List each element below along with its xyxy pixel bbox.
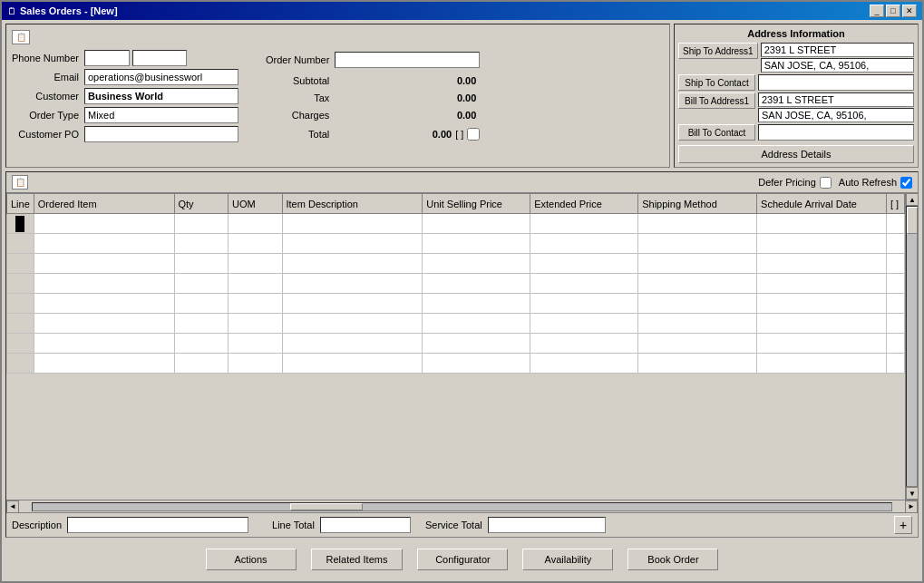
order-type-input[interactable] [84,107,238,123]
bill-to-address-button[interactable]: Bill To Address1 [678,92,755,109]
bill-to-contact-button[interactable]: Bill To Contact [678,124,755,141]
ship-to-address-line2-input[interactable] [761,58,914,73]
table-row [7,354,905,374]
form-panel: 📋 Phone Number Email Customer [5,24,670,168]
tax-row: 0.00 [335,92,480,103]
cell-bracket[interactable] [887,234,905,254]
total-value: 0.00 [433,129,452,140]
ship-to-address-line1-input[interactable] [761,43,914,57]
cell-ordered-item[interactable] [34,214,174,234]
cell-extended-price[interactable] [530,214,638,234]
phone-inputs [84,50,238,66]
service-total-label: Service Total [425,520,482,530]
bill-to-address-row: Bill To Address1 [678,92,914,122]
bill-to-contact-input[interactable] [758,124,914,141]
cell-qty[interactable] [174,234,229,254]
scroll-left-button[interactable]: ◄ [6,500,19,513]
actions-button[interactable]: Actions [206,549,297,570]
title-bar-controls: _ □ ✕ [870,5,917,17]
email-input[interactable] [84,69,238,85]
scroll-track[interactable] [906,206,918,487]
ship-to-contact-input[interactable] [758,74,914,91]
row-indicator-empty [7,234,34,254]
h-scroll-thumb[interactable] [290,503,363,510]
ship-to-address-inputs [761,43,914,73]
table-container: Line Ordered Item Qty UOM Item Descripti… [6,193,905,500]
col-qty: Qty [174,194,229,214]
scroll-down-button[interactable]: ▼ [906,487,918,500]
scroll-thumb[interactable] [907,207,918,234]
address-details-row: Address Details [678,143,914,163]
customer-po-input[interactable] [84,126,238,142]
configurator-button[interactable]: Configurator [417,549,508,570]
add-row-button[interactable]: + [894,516,912,534]
scroll-right-button[interactable]: ► [905,500,918,513]
total-label: Total [266,129,329,140]
order-number-input[interactable] [335,52,480,68]
bill-to-address-line2-input[interactable] [758,108,914,122]
defer-pricing-checkbox[interactable] [820,177,832,189]
table-body [7,214,905,374]
table-row [7,254,905,274]
total-row: 0.00 [ ] [335,128,480,141]
address-details-button[interactable]: Address Details [678,145,914,163]
close-button[interactable]: ✕ [902,5,917,17]
cell-item-description[interactable] [282,214,423,234]
bill-to-address-inputs [758,92,914,122]
cell-uom[interactable] [229,214,283,234]
col-schedule-arrival-date: Schedule Arrival Date [757,194,887,214]
auto-refresh-section: Auto Refresh [839,177,912,189]
cell-uom[interactable] [229,234,283,254]
cell-shipping-method[interactable] [638,234,757,254]
line-total-input[interactable] [320,517,411,533]
minimize-button[interactable]: _ [870,5,884,17]
ship-to-contact-button[interactable]: Ship To Contact [678,74,755,91]
subtotal-value: 0.00 [457,75,476,86]
address-panel: Address Information Ship To Address1 Shi… [674,24,919,168]
cell-ordered-item[interactable] [34,234,174,254]
availability-button[interactable]: Availability [522,549,613,570]
cell-unit-selling-price[interactable] [423,214,530,234]
auto-refresh-checkbox[interactable] [900,177,912,189]
service-total-input[interactable] [488,517,606,533]
phone-input-2[interactable] [132,50,187,66]
scroll-up-button[interactable]: ▲ [906,193,918,206]
cell-schedule-arrival-date[interactable] [757,214,887,234]
form-right: Order Number Subtotal 0.00 Tax 0.00 Char… [266,50,480,142]
col-item-description: Item Description [282,194,423,214]
ship-to-address-row: Ship To Address1 [678,43,914,73]
col-extended-price: Extended Price [530,194,638,214]
total-checkbox[interactable] [467,128,480,141]
cell-extended-price[interactable] [530,234,638,254]
cell-qty[interactable] [174,214,229,234]
restore-button[interactable]: □ [886,5,900,17]
customer-label: Customer [12,91,79,102]
table-row [7,234,905,254]
customer-input[interactable] [84,88,238,104]
row-indicator-empty [7,314,34,334]
cell-shipping-method[interactable] [638,214,757,234]
subtotal-label: Subtotal [266,75,329,86]
bill-to-address-line1-input[interactable] [758,92,914,107]
cell-item-description[interactable] [282,234,423,254]
content-area: 📋 Phone Number Email Customer [2,20,922,581]
cell-unit-selling-price[interactable] [423,234,530,254]
form-panel-header: 📋 [12,30,664,44]
book-order-button[interactable]: Book Order [627,549,718,570]
col-ordered-item: Ordered Item [34,194,174,214]
title-bar-left: 🗒 Sales Orders - [New] [7,5,118,16]
address-title: Address Information [678,28,914,39]
charges-row: 0.00 [335,110,480,121]
related-items-button[interactable]: Related Items [311,549,404,570]
order-lines-table: Line Ordered Item Qty UOM Item Descripti… [6,193,905,374]
cell-bracket[interactable] [887,214,905,234]
h-scroll-track[interactable] [32,502,892,511]
phone-input-1[interactable] [84,50,130,66]
description-label: Description [12,520,62,530]
description-input[interactable] [67,517,248,533]
cell-schedule-arrival-date[interactable] [757,234,887,254]
customer-po-label: Customer PO [12,129,79,140]
grid-toolbar: 📋 Defer Pricing Auto Refresh [6,172,918,193]
table-row [7,334,905,354]
ship-to-address-button[interactable]: Ship To Address1 [678,43,758,59]
